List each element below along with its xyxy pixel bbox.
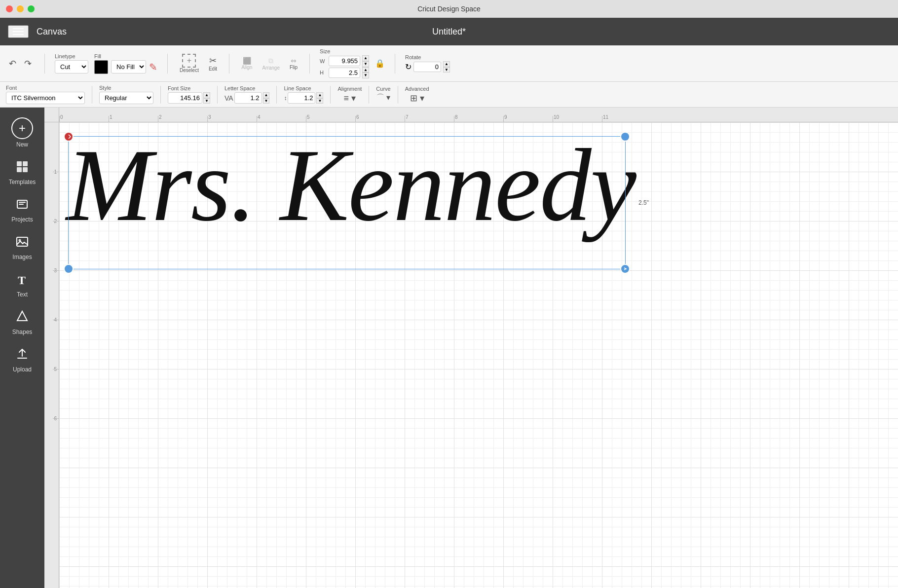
sidebar-label-projects: Projects xyxy=(11,216,33,223)
line-space-input[interactable] xyxy=(288,92,315,104)
ruler-tick-2 xyxy=(158,116,158,122)
height-down[interactable]: ▼ xyxy=(362,73,369,78)
ruler-vtick-3 xyxy=(53,270,59,271)
fill-select[interactable]: No Fill Fill xyxy=(111,60,146,74)
letter-space-input[interactable] xyxy=(234,92,262,104)
edit-button[interactable]: ✂ Edit xyxy=(207,53,219,74)
canvas-text[interactable]: Mrs. Kennedy xyxy=(66,133,636,237)
flip-button[interactable]: ⇔ Flip xyxy=(288,55,299,72)
ruler-tick-11 xyxy=(602,116,602,122)
linetype-select[interactable]: Cut Draw Score xyxy=(55,60,88,74)
alignment-group: Alignment ≡ ▾ xyxy=(337,86,362,104)
align-button[interactable]: ⬛ Align xyxy=(239,55,254,72)
color-swatch[interactable] xyxy=(94,60,108,74)
font-size-down[interactable]: ▼ xyxy=(203,98,210,104)
height-up[interactable]: ▲ xyxy=(362,67,369,73)
width-input[interactable] xyxy=(329,56,360,66)
style-group: Style Regular Bold Italic xyxy=(99,85,153,104)
linetype-label: Linetype xyxy=(55,53,88,59)
dimension-label: 2.5" xyxy=(638,199,649,206)
font-size-spinner: ▲ ▼ xyxy=(203,92,210,104)
ruler-tick-0 xyxy=(59,116,60,122)
ruler-mark-2: 2 xyxy=(159,114,162,120)
font-field-label: Font xyxy=(6,85,85,91)
handle-bottom-left[interactable] xyxy=(64,264,74,274)
undo-button[interactable]: ↶ xyxy=(6,56,19,71)
ruler-mark-7: 7 xyxy=(406,114,409,120)
ruler-tick-6 xyxy=(355,116,356,122)
ruler-tick-1 xyxy=(109,116,109,122)
separator-5 xyxy=(395,54,395,74)
handle-bottom-right[interactable] xyxy=(620,264,630,274)
font-sep-1 xyxy=(92,86,92,104)
upload-icon xyxy=(15,347,29,364)
left-sidebar: + New Templates Projec xyxy=(0,108,44,588)
style-select[interactable]: Regular Bold Italic xyxy=(99,92,153,104)
lock-icon[interactable]: 🔒 xyxy=(375,59,385,68)
ruler-tick-4 xyxy=(257,116,257,122)
rotate-up[interactable]: ▲ xyxy=(443,61,450,67)
letter-space-up[interactable]: ▲ xyxy=(263,92,270,98)
width-up[interactable]: ▲ xyxy=(362,55,369,61)
width-spinner: ▲ ▼ xyxy=(362,55,369,67)
letter-space-label: Letter Space xyxy=(224,85,270,91)
sidebar-item-templates[interactable]: Templates xyxy=(0,154,44,191)
arrange-icon: ⧉ xyxy=(268,57,273,65)
line-space-up[interactable]: ▲ xyxy=(316,92,323,98)
font-group: Font ITC Silvermoon xyxy=(6,85,85,104)
letter-space-down[interactable]: ▼ xyxy=(263,98,270,104)
ruler-tick-5 xyxy=(306,116,306,122)
height-input[interactable] xyxy=(329,68,360,78)
sidebar-item-shapes[interactable]: Shapes xyxy=(0,304,44,341)
ruler-vtick-6 xyxy=(53,418,59,419)
rotate-icon: ↻ xyxy=(405,62,412,72)
ruler-left: 1 2 3 4 5 6 xyxy=(44,122,59,588)
ruler-mark-9: 9 xyxy=(504,114,507,120)
grid-canvas[interactable]: Mrs. Kennedy 2.5" xyxy=(59,122,898,588)
width-down[interactable]: ▼ xyxy=(362,61,369,67)
font-size-up[interactable]: ▲ xyxy=(203,92,210,98)
pen-icon[interactable]: ✎ xyxy=(149,61,157,73)
redo-button[interactable]: ↷ xyxy=(21,56,35,71)
alignment-button[interactable]: ≡ ▾ xyxy=(337,93,362,104)
font-sep-2 xyxy=(160,86,161,104)
hamburger-menu-button[interactable] xyxy=(8,25,29,38)
separator-2 xyxy=(167,54,168,74)
font-select[interactable]: ITC Silvermoon xyxy=(6,92,85,104)
canvas-area[interactable]: 0 1 2 3 4 5 6 7 8 9 10 xyxy=(44,108,898,588)
document-title: Untitled* xyxy=(432,27,466,37)
sidebar-item-projects[interactable]: Projects xyxy=(0,191,44,229)
line-space-group: Line Space ↕ ▲ ▼ xyxy=(284,85,323,104)
sidebar-item-new[interactable]: + New xyxy=(0,111,44,154)
deselect-button[interactable]: + Deselect xyxy=(178,52,201,75)
line-space-down[interactable]: ▼ xyxy=(316,98,323,104)
ruler-tick-8 xyxy=(454,116,454,122)
size-row-height: H ▲ ▼ xyxy=(320,67,369,78)
size-label: Size xyxy=(320,48,369,54)
align-icon: ⬛ xyxy=(243,57,251,65)
sidebar-item-images[interactable]: Images xyxy=(0,229,44,266)
traffic-lights xyxy=(6,5,35,12)
close-button[interactable] xyxy=(6,5,13,12)
fill-group: Fill No Fill Fill ✎ xyxy=(94,53,157,74)
minimize-button[interactable] xyxy=(17,5,24,12)
flip-label: Flip xyxy=(290,65,298,70)
ruler-mark-3: 3 xyxy=(208,114,211,120)
rotate-down[interactable]: ▼ xyxy=(443,67,450,73)
app-header: Canvas Untitled* xyxy=(0,18,898,45)
font-size-input[interactable] xyxy=(168,92,202,104)
maximize-button[interactable] xyxy=(28,5,35,12)
sidebar-item-text[interactable]: T Text xyxy=(0,266,44,304)
arrange-button[interactable]: ⧉ Arrange xyxy=(260,55,282,73)
font-size-label: Font Size xyxy=(168,85,210,91)
ruler-tick-7 xyxy=(405,116,405,122)
advanced-button[interactable]: ⊞ ▾ xyxy=(405,93,429,104)
sidebar-item-upload[interactable]: Upload xyxy=(0,341,44,379)
style-label: Style xyxy=(99,85,153,91)
projects-icon xyxy=(15,197,29,214)
line-space-label: Line Space xyxy=(284,85,323,91)
advanced-label: Advanced xyxy=(405,86,429,92)
size-row-width: W ▲ ▼ xyxy=(320,55,369,67)
rotate-input[interactable] xyxy=(413,62,441,72)
curve-button[interactable]: ⌒ ▾ xyxy=(376,93,390,103)
